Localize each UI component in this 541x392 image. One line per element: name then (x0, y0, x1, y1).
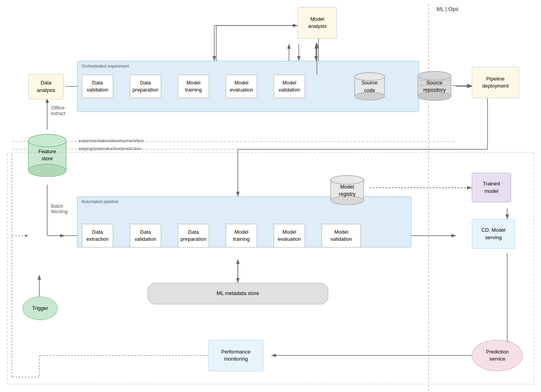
source-code-cylinder: Sourcecode (354, 72, 385, 101)
model-evaluation-2-box: Modelevaluation (274, 224, 305, 247)
experimentation-label: experimentation/development/test (79, 138, 144, 143)
source-repository-cylinder: Sourcerepository (417, 71, 452, 102)
data-analysis-box: Dataanalysis (28, 74, 64, 99)
batch-fetching-label: Batchfetching (51, 203, 68, 214)
model-training-2-box: Modeltraining (226, 224, 257, 247)
model-training-1-box: Modeltraining (178, 75, 209, 98)
feature-store-cylinder: Featurestore (28, 134, 67, 177)
trained-model-box: Trainedmodel (472, 173, 511, 202)
data-validation-1-box: Datavalidation (82, 75, 113, 98)
model-validation-2-box: Modelvalidation (322, 224, 361, 247)
model-registry-cylinder: Modelregistry (329, 175, 365, 206)
offline-extract-label: Offlineextract (51, 105, 65, 116)
model-evaluation-1-box: Modelevaluation (226, 75, 257, 98)
data-validation-2-box: Datavalidation (130, 224, 161, 247)
prediction-service-ellipse: Predictionservice (472, 340, 523, 371)
cd-model-serving-box: CD: Modelserving (472, 219, 515, 249)
performance-monitoring-box: Performancemonitoring (208, 340, 263, 371)
trigger-ellipse: Trigger (22, 297, 58, 320)
svg-point-66 (28, 134, 66, 147)
staging-label: staging/preproduction/production (79, 146, 142, 151)
data-extraction-box: Dataextraction (82, 224, 113, 247)
data-preparation-2-box: Datapreparation (178, 224, 209, 247)
pipeline-deployment-box: Pipelinedeployment (472, 67, 519, 98)
svg-rect-78 (7, 152, 534, 384)
ml-metadata-store-box: ML metadata store (147, 283, 328, 304)
data-preparation-1-box: Datapreparation (130, 75, 161, 98)
model-validation-1-box: Modelvalidation (274, 75, 305, 98)
model-analysis-box: Modelanalysis (298, 7, 337, 38)
svg-point-72 (331, 176, 364, 184)
mlops-label: ML | Ops (436, 6, 458, 12)
svg-point-58 (418, 71, 451, 80)
svg-point-65 (28, 164, 66, 177)
